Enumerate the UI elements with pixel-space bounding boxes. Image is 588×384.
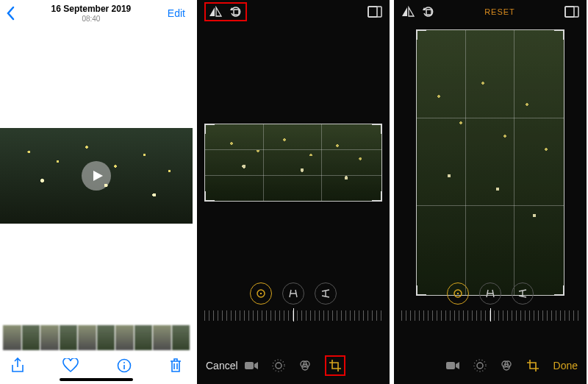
crop-handle-br[interactable] <box>372 191 382 202</box>
done-button[interactable]: Done <box>553 360 578 371</box>
crop-handle-tl[interactable] <box>204 124 215 134</box>
svg-point-29 <box>474 360 486 371</box>
trash-icon[interactable] <box>169 358 182 374</box>
photo-time: 08:40 <box>51 15 132 24</box>
thumbnail-strip[interactable] <box>0 325 193 350</box>
svg-rect-7 <box>368 7 381 17</box>
crop-mode-icon[interactable] <box>526 359 539 372</box>
svg-marker-19 <box>409 7 414 16</box>
svg-marker-0 <box>93 171 103 181</box>
info-icon[interactable] <box>117 358 132 373</box>
svg-rect-25 <box>457 293 459 294</box>
share-icon[interactable] <box>10 358 25 374</box>
rotate-icon[interactable] <box>422 5 435 18</box>
vertical-perspective-button[interactable] <box>479 282 501 305</box>
crop-canvas[interactable] <box>394 29 587 296</box>
crop-mode-icon[interactable] <box>325 355 345 376</box>
svg-rect-6 <box>234 10 239 15</box>
svg-rect-22 <box>565 7 578 17</box>
back-chevron-icon[interactable] <box>6 4 15 21</box>
edit-mode-tabs <box>244 355 345 376</box>
svg-point-28 <box>477 363 483 369</box>
svg-rect-8 <box>368 7 377 17</box>
svg-point-13 <box>276 363 282 369</box>
crop-frame[interactable] <box>204 124 382 202</box>
video-preview[interactable] <box>0 128 193 224</box>
crop-top-toolbar: RESET <box>394 0 587 24</box>
svg-marker-4 <box>216 7 221 16</box>
crop-handle-bl[interactable] <box>204 191 215 202</box>
edit-mode-tabs <box>445 359 539 372</box>
svg-point-2 <box>123 362 125 363</box>
straighten-dial-button[interactable] <box>250 282 272 305</box>
horizontal-perspective-button[interactable] <box>315 282 337 305</box>
filters-mode-icon[interactable] <box>500 359 513 372</box>
straighten-dial-button[interactable] <box>447 282 469 305</box>
heart-icon[interactable] <box>62 358 79 373</box>
edit-button[interactable]: Edit <box>168 4 185 19</box>
adjust-mode-icon[interactable] <box>272 359 285 372</box>
cancel-button[interactable]: Cancel <box>206 360 238 371</box>
svg-rect-26 <box>446 362 455 369</box>
svg-rect-10 <box>260 293 262 294</box>
svg-marker-18 <box>402 7 407 16</box>
video-mode-icon[interactable] <box>445 360 460 371</box>
horizontal-perspective-button[interactable] <box>512 282 534 305</box>
photo-date: 16 September 2019 <box>51 4 132 15</box>
edit-bottom-toolbar: Done <box>394 355 587 377</box>
aspect-ratio-icon[interactable] <box>564 6 579 18</box>
straighten-ruler[interactable] <box>204 310 382 321</box>
crop-top-toolbar <box>197 0 390 24</box>
play-button[interactable] <box>82 161 111 191</box>
title-group: 16 September 2019 08:40 <box>51 4 132 23</box>
adjust-mode-icon[interactable] <box>473 359 487 372</box>
filters-mode-icon[interactable] <box>298 359 312 372</box>
edit-bottom-toolbar: Cancel <box>197 355 390 377</box>
crop-handle-tl[interactable] <box>416 29 426 40</box>
straighten-controls <box>204 282 382 327</box>
svg-point-14 <box>273 360 284 371</box>
photos-viewer-screen: 16 September 2019 08:40 Edit <box>0 0 193 384</box>
straighten-ruler[interactable] <box>401 310 579 321</box>
straighten-controls <box>401 282 579 327</box>
crop-handle-tr[interactable] <box>372 124 382 134</box>
svg-marker-3 <box>209 7 215 16</box>
highlighted-flip-rotate-group <box>204 2 247 21</box>
flip-horizontal-icon[interactable] <box>401 6 415 18</box>
rotate-icon[interactable] <box>229 5 243 18</box>
svg-rect-21 <box>426 10 431 15</box>
edit-crop-screen-before: Cancel <box>197 0 390 384</box>
aspect-ratio-icon[interactable] <box>368 6 382 18</box>
svg-marker-27 <box>456 362 459 369</box>
crop-frame-portrait[interactable] <box>416 29 564 296</box>
edit-crop-screen-after: RESET <box>394 0 587 384</box>
home-indicator <box>60 378 133 381</box>
nav-bar: 16 September 2019 08:40 Edit <box>0 0 193 25</box>
reset-button[interactable]: RESET <box>484 7 515 16</box>
svg-marker-12 <box>254 362 258 369</box>
svg-rect-23 <box>565 7 574 17</box>
flip-horizontal-icon[interactable] <box>209 6 222 18</box>
svg-rect-11 <box>245 362 254 369</box>
vertical-perspective-button[interactable] <box>282 282 304 305</box>
video-mode-icon[interactable] <box>244 360 259 371</box>
crop-handle-tr[interactable] <box>554 29 564 40</box>
crop-canvas[interactable] <box>197 29 390 296</box>
